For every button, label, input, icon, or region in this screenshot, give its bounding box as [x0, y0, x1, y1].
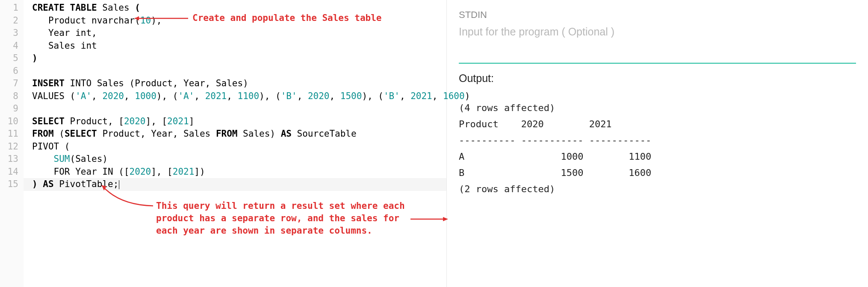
- output-label: Output:: [459, 72, 856, 85]
- annotation-arrow-1: [130, 15, 190, 21]
- code-line[interactable]: PIVOT (: [32, 141, 446, 153]
- code-line[interactable]: [32, 102, 446, 115]
- code-line[interactable]: INSERT INTO Sales (Product, Year, Sales): [32, 77, 446, 90]
- code-line[interactable]: Sales int: [32, 40, 446, 53]
- code-line-current[interactable]: ) AS PivotTable;: [24, 178, 446, 191]
- line-number: 13: [0, 153, 18, 166]
- line-number: 14: [0, 166, 18, 179]
- line-number: 15: [0, 178, 18, 191]
- app-root: 1 2 3 4 5 6 7 8 9 10 11 12 13 14 15 CREA…: [0, 0, 868, 287]
- code-line[interactable]: ): [32, 52, 446, 65]
- annotation-text-1: Create and populate the Sales table: [192, 12, 382, 24]
- svg-marker-1: [135, 16, 139, 20]
- io-pane: STDIN Output: (4 rows affected)Product 2…: [447, 0, 868, 287]
- line-number: 5: [0, 52, 18, 65]
- annotation-arrow-3: [410, 216, 449, 222]
- annotation-arrow-2: [100, 184, 155, 208]
- output-text: (4 rows affected)Product 2020 2021 -----…: [459, 100, 856, 197]
- line-number: 11: [0, 128, 18, 141]
- svg-marker-4: [443, 217, 448, 221]
- line-number: 8: [0, 90, 18, 103]
- line-number: 9: [0, 102, 18, 115]
- code-editor-pane[interactable]: 1 2 3 4 5 6 7 8 9 10 11 12 13 14 15 CREA…: [0, 0, 447, 287]
- annotation-text-2: This query will return a result set wher…: [156, 200, 405, 237]
- line-number: 1: [0, 2, 18, 15]
- stdin-section: STDIN: [447, 0, 868, 64]
- stdin-label: STDIN: [459, 9, 856, 20]
- line-number-gutter: 1 2 3 4 5 6 7 8 9 10 11 12 13 14 15: [0, 0, 24, 287]
- code-line[interactable]: FROM (SELECT Product, Year, Sales FROM S…: [32, 128, 446, 141]
- code-line[interactable]: Year int,: [32, 27, 446, 40]
- code-line[interactable]: VALUES ('A', 2020, 1000), ('A', 2021, 11…: [32, 90, 446, 103]
- line-number: 7: [0, 77, 18, 90]
- line-number: 3: [0, 27, 18, 40]
- code-line[interactable]: [32, 65, 446, 78]
- line-number: 2: [0, 15, 18, 27]
- line-number: 12: [0, 141, 18, 153]
- code-line[interactable]: SELECT Product, [2020], [2021]: [32, 115, 446, 128]
- code-line[interactable]: SUM(Sales): [32, 153, 446, 166]
- line-number: 10: [0, 115, 18, 128]
- code-text-area[interactable]: CREATE TABLE Sales ( Product nvarchar(10…: [24, 0, 446, 287]
- line-number: 4: [0, 40, 18, 53]
- code-line[interactable]: FOR Year IN ([2020], [2021]): [32, 166, 446, 179]
- line-number: 6: [0, 65, 18, 78]
- stdin-input[interactable]: [459, 26, 856, 38]
- output-section: Output: (4 rows affected)Product 2020 20…: [447, 64, 868, 287]
